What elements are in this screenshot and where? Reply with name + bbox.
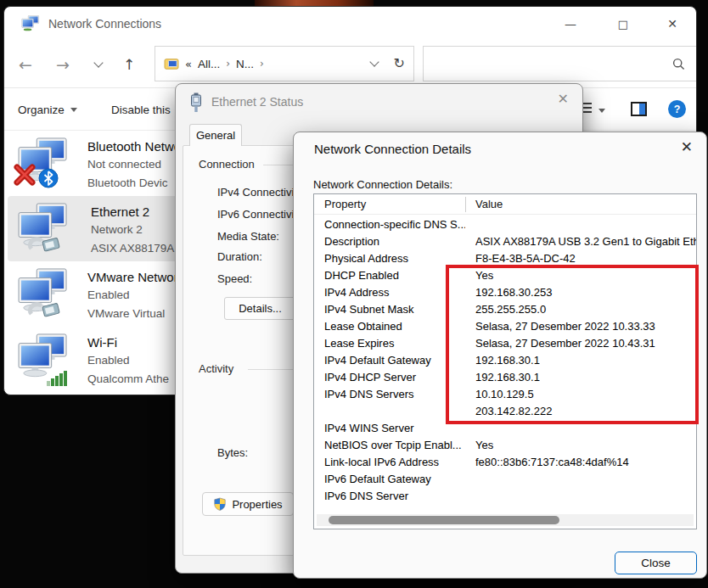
view-options-chevron-icon[interactable] [598, 109, 605, 113]
column-header-value[interactable]: Value [475, 198, 503, 210]
properties-label: Properties [232, 498, 282, 511]
search-icon[interactable] [672, 58, 685, 70]
network-adapter-icon [16, 203, 74, 255]
network-connections-app-icon [21, 15, 40, 32]
ipv6-connectivity-label: IPv6 Connectivit [217, 208, 297, 221]
value-cell: 203.142.82.222 [475, 405, 696, 417]
connection-status: Not connected [87, 158, 161, 171]
minimize-icon[interactable]: — [556, 13, 585, 35]
title-bar: Network Connections — □ ✕ [4, 7, 696, 41]
property-cell: Lease Expires [324, 337, 465, 350]
connection-name: Bluetooth Netwo [87, 139, 181, 154]
table-row[interactable]: IPv4 DHCP Server 192.168.30.1 [314, 369, 696, 386]
table-row[interactable]: 203.142.82.222 [314, 403, 696, 420]
connection-device: Qualcomm Athe [87, 372, 169, 385]
preview-pane-icon[interactable] [631, 102, 647, 116]
close-icon[interactable]: ✕ [558, 92, 569, 106]
table-row[interactable]: IPv4 Default Gateway 192.168.30.1 [314, 352, 696, 369]
connection-group-label: Connection [199, 158, 260, 171]
connection-name: Wi-Fi [87, 335, 117, 350]
table-row[interactable]: IPv4 WINS Server [314, 420, 696, 437]
address-bar[interactable]: « All... › N... › ↻ [155, 46, 414, 81]
dialog-title: Network Connection Details [314, 142, 471, 156]
connection-device: VMware Virtual [87, 307, 165, 320]
horizontal-scrollbar[interactable] [317, 514, 694, 526]
property-cell: NetBIOS over Tcpip Enabl... [324, 439, 465, 451]
details-sublabel: Network Connection Details: [313, 178, 452, 191]
duration-label: Duration: [217, 250, 262, 263]
up-icon[interactable]: ↑ [118, 41, 140, 88]
connection-status: Network 2 [91, 223, 143, 236]
search-box [423, 46, 697, 81]
navigation-bar: ← → ↑ « All... › N... › ↻ [4, 41, 696, 88]
media-state-label: Media State: [217, 230, 279, 243]
value-cell: Selasa, 27 Desember 2022 10.43.31 [475, 337, 696, 350]
table-row[interactable]: IPv4 Address 192.168.30.253 [314, 284, 696, 301]
value-cell: ASIX AX88179A USB 3.2 Gen1 to Gigabit Et… [475, 235, 696, 248]
property-cell: Connection-specific DNS S... [324, 218, 465, 231]
property-cell: Link-local IPv6 Address [324, 456, 465, 468]
table-row[interactable]: Physical Address F8-E4-3B-5A-DC-42 [314, 250, 696, 267]
uac-shield-icon [213, 497, 227, 511]
forward-icon[interactable]: → [52, 41, 74, 88]
maximize-icon[interactable]: □ [609, 13, 638, 35]
recent-locations-chevron-icon[interactable] [87, 41, 110, 88]
close-icon[interactable]: ✕ [681, 140, 693, 154]
value-cell: Yes [475, 439, 696, 451]
help-icon[interactable]: ? [668, 100, 686, 118]
property-cell: IPv4 WINS Server [324, 422, 465, 434]
connection-name: VMware Networ [87, 270, 178, 284]
ethernet-adapter-icon [189, 92, 203, 113]
value-cell: Selasa, 27 Desember 2022 10.33.33 [475, 320, 696, 333]
back-icon[interactable]: ← [14, 41, 37, 88]
table-row[interactable]: Lease Obtained Selasa, 27 Desember 2022 … [314, 318, 696, 335]
table-row[interactable]: Lease Expires Selasa, 27 Desember 2022 1… [314, 335, 696, 352]
table-row[interactable]: NetBIOS over Tcpip Enabl... Yes [314, 437, 696, 454]
property-cell: IPv6 DNS Server [324, 490, 465, 502]
table-row[interactable]: IPv6 Default Gateway [314, 471, 696, 488]
column-header-property[interactable]: Property [324, 198, 366, 210]
table-row[interactable]: IPv6 DNS Server [314, 488, 696, 505]
table-row[interactable]: Link-local IPv6 Address fe80::83b6:7137:… [314, 454, 696, 471]
table-row[interactable]: DHCP Enabled Yes [314, 267, 696, 284]
ethernet-plug-icon [26, 299, 64, 322]
disable-device-button[interactable]: Disable this [111, 88, 171, 131]
organize-label: Organize [18, 104, 65, 116]
ipv4-connectivity-label: IPv4 Connectivit [217, 186, 297, 199]
scrollbar-thumb[interactable] [329, 516, 559, 524]
search-input[interactable] [424, 47, 672, 81]
table-row[interactable]: Connection-specific DNS S... [314, 216, 696, 233]
connection-device: Bluetooth Devic [87, 176, 168, 189]
connection-status: Enabled [87, 288, 130, 301]
breadcrumb-item-2[interactable]: N... [236, 58, 254, 70]
property-cell: IPv6 Default Gateway [324, 473, 465, 485]
property-cell: IPv4 DHCP Server [324, 371, 465, 384]
wifi-signal-icon [47, 371, 67, 386]
desktop: Network Connections — □ ✕ ← → ↑ « All...… [0, 0, 708, 588]
properties-button[interactable]: Properties [202, 492, 294, 516]
ethernet-plug-icon [26, 233, 64, 257]
table-row[interactable]: IPv4 DNS Servers 10.10.129.5 [314, 386, 696, 403]
table-row[interactable]: Description ASIX AX88179A USB 3.2 Gen1 t… [314, 233, 696, 250]
breadcrumb-item-1[interactable]: All... [198, 58, 220, 70]
activity-group-label: Activity [199, 362, 239, 375]
property-cell: DHCP Enabled [324, 269, 465, 282]
organize-button[interactable]: Organize [18, 88, 77, 131]
property-cell: Physical Address [324, 252, 465, 265]
disconnected-x-icon [13, 163, 37, 190]
refresh-icon[interactable]: ↻ [394, 57, 405, 70]
table-row[interactable]: IPv4 Subnet Mask 255.255.255.0 [314, 301, 696, 318]
property-cell: IPv4 Subnet Mask [324, 303, 465, 316]
property-cell: IPv4 DNS Servers [324, 388, 465, 400]
value-cell: 192.168.30.1 [475, 354, 696, 367]
network-adapter-icon [16, 268, 74, 321]
tab-general[interactable]: General [189, 124, 242, 146]
breadcrumb-overflow-icon[interactable]: « [185, 59, 192, 70]
close-button[interactable]: Close [615, 552, 697, 574]
close-icon[interactable]: ✕ [658, 13, 687, 35]
details-button[interactable]: Details... [224, 297, 296, 320]
address-dropdown-chevron-icon[interactable] [369, 57, 379, 66]
breadcrumb-separator-icon: › [226, 59, 230, 69]
network-adapter-icon [16, 333, 74, 386]
speed-label: Speed: [217, 272, 252, 285]
